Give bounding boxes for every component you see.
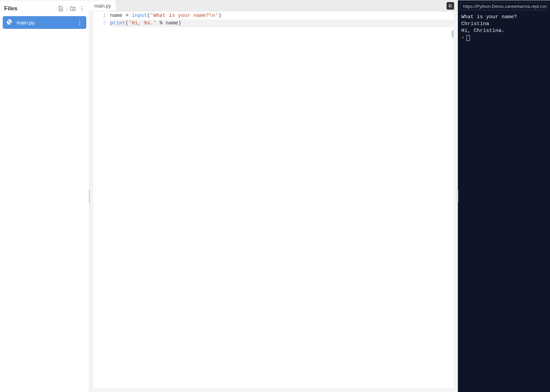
file-item-main-py[interactable]: main.py [3, 16, 86, 29]
pane-resizer-right[interactable] [457, 189, 458, 203]
svg-point-5 [79, 24, 80, 25]
sidebar-actions [58, 5, 85, 12]
console-pane: https://Python-Demo.careerkarma.repl.run… [458, 0, 550, 392]
editor-pane: main.py 12 name = input('What is your na… [89, 0, 458, 392]
file-more-icon[interactable] [77, 20, 83, 26]
code-line[interactable]: print('Hi, %s.' % name) [110, 20, 453, 27]
tabs-left: main.py [89, 0, 116, 11]
line-number: 1 [94, 12, 106, 20]
app-root: Files [0, 0, 550, 392]
line-number: 2 [94, 20, 106, 27]
code-editor[interactable]: 12 name = input('What is your name?\n')p… [94, 11, 453, 388]
line-gutter: 12 [94, 11, 110, 388]
console-line: What is your name? [461, 14, 547, 21]
svg-point-3 [79, 20, 80, 21]
code-area[interactable]: name = input('What is your name?\n')prin… [110, 11, 453, 388]
svg-point-1 [81, 8, 82, 9]
divider [67, 6, 67, 11]
tabs-right [447, 2, 458, 10]
console-prompt[interactable]: › [461, 34, 547, 41]
prompt-symbol-icon: › [461, 34, 464, 41]
console-line: Hi, Christina. [461, 27, 547, 34]
cursor-icon [466, 35, 470, 41]
svg-point-0 [81, 7, 82, 7]
file-name: main.py [16, 20, 35, 25]
sidebar-header: Files [1, 2, 88, 15]
console-line: Christina [461, 21, 547, 27]
tab-main-py[interactable]: main.py [89, 0, 116, 11]
files-title: Files [4, 5, 18, 12]
format-code-icon[interactable] [447, 2, 454, 10]
new-file-icon[interactable] [58, 5, 64, 12]
code-line[interactable]: name = input('What is your name?\n') [110, 12, 453, 20]
new-folder-icon[interactable] [70, 5, 76, 12]
editor-tabs: main.py [89, 0, 458, 11]
svg-point-2 [81, 10, 82, 11]
console-output[interactable]: What is your name?ChristinaHi, Christina… [458, 12, 550, 392]
editor-scrollbar-thumb[interactable] [452, 30, 453, 38]
console-url[interactable]: https://Python-Demo.careerkarma.repl.run [460, 2, 548, 10]
pane-resizer-left[interactable] [89, 189, 90, 203]
svg-point-4 [79, 22, 80, 23]
file-list: main.py [1, 16, 88, 29]
python-icon [6, 19, 12, 26]
files-sidebar: Files [0, 0, 89, 392]
more-options-icon[interactable] [79, 5, 85, 12]
